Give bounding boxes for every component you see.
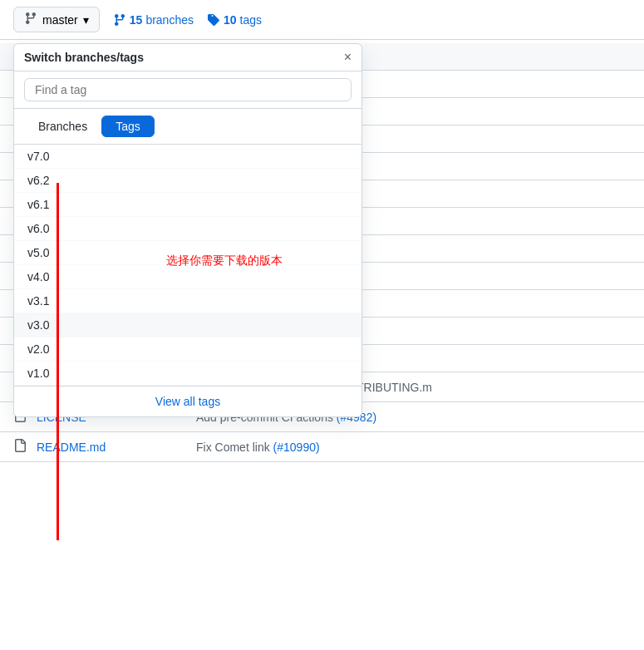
tabs-row: Branches Tags [14, 109, 361, 145]
commit-msg-readme: Fix Comet link (#10990) [196, 441, 320, 454]
tag-item-v1-0[interactable]: v1.0 [14, 362, 361, 386]
search-input[interactable] [24, 78, 351, 101]
tag-list: v7.0 v6.2 v6.1 v6.0 v5.0 v4.0 v3.1 v3.0 … [14, 145, 361, 386]
view-all-tags-link[interactable]: View all tags [155, 395, 220, 408]
tag-item-v6-1[interactable]: v6.1 [14, 193, 361, 217]
branches-label: branches [145, 13, 194, 27]
branch-icon [24, 12, 37, 27]
file-row-readme: README.md Fix Comet link (#10990) [0, 432, 644, 462]
branches-count: 15 [130, 13, 143, 27]
branch-selector-button[interactable]: master ▾ [13, 7, 100, 32]
chevron-down-icon: ▾ [83, 13, 89, 27]
branches-tags-dropdown: Switch branches/tags × Branches Tags v7.… [13, 43, 362, 417]
tag-label-v6-0: v6.0 [27, 222, 49, 235]
commit-link-10990[interactable]: (#10990) [273, 441, 320, 454]
branches-link[interactable]: 15 branches [113, 13, 194, 27]
file-name-readme[interactable]: README.md [37, 441, 186, 454]
tags-link[interactable]: 10 tags [207, 13, 262, 27]
tag-label-v7-0: v7.0 [27, 150, 49, 163]
tag-item-v2-0[interactable]: v2.0 [14, 337, 361, 362]
tag-item-v4-0[interactable]: v4.0 [14, 265, 361, 289]
tag-item-v5-0[interactable]: v5.0 [14, 241, 361, 265]
tag-item-v6-0[interactable]: v6.0 [14, 217, 361, 241]
view-all-tags: View all tags [14, 386, 361, 416]
tag-item-v6-2[interactable]: v6.2 [14, 169, 361, 193]
tag-label-v5-0: v5.0 [27, 246, 49, 259]
branch-label: master [42, 13, 78, 27]
tag-label-v4-0: v4.0 [27, 270, 49, 283]
tag-label-v1-0: v1.0 [27, 367, 49, 380]
tag-label-v6-2: v6.2 [27, 174, 49, 187]
tab-tags[interactable]: Tags [101, 116, 155, 137]
tags-label: tags [240, 13, 262, 27]
tag-label-v2-0: v2.0 [27, 342, 49, 356]
tag-item-v3-1[interactable]: v3.1 [14, 289, 361, 313]
tag-label-v3-1: v3.1 [27, 294, 49, 308]
dropdown-title: Switch branches/tags [24, 51, 144, 64]
tag-label-v3-0: v3.0 [27, 318, 49, 332]
dropdown-header: Switch branches/tags × [14, 44, 361, 71]
search-box [14, 71, 361, 109]
file-icon-readme [13, 439, 27, 455]
tab-branches[interactable]: Branches [24, 116, 101, 137]
tags-count: 10 [224, 13, 237, 27]
tag-item-v7-0[interactable]: v7.0 [14, 145, 361, 169]
close-button[interactable]: × [344, 51, 351, 64]
tag-label-v6-1: v6.1 [27, 198, 49, 211]
tag-item-v3-0[interactable]: v3.0 [14, 313, 361, 337]
top-bar: master ▾ 15 branches 10 tags [0, 0, 644, 40]
